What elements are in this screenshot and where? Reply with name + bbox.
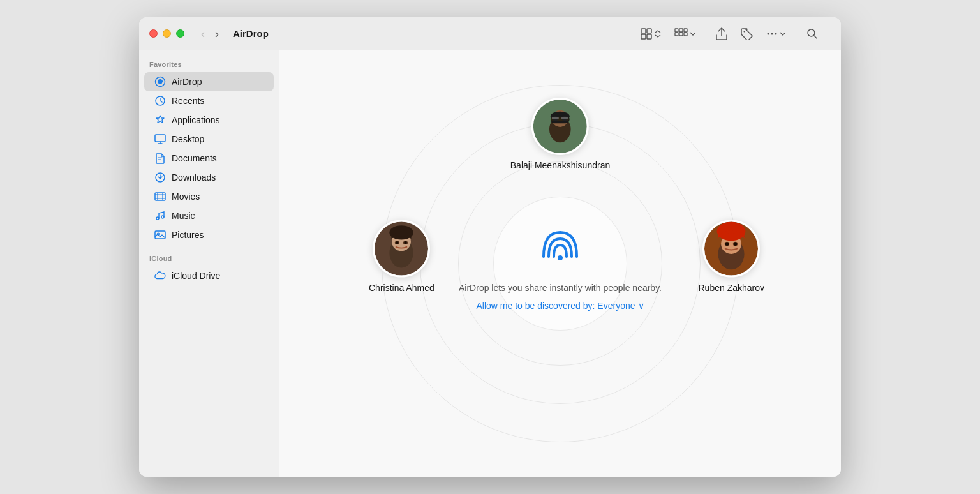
toolbar-actions (635, 24, 823, 44)
favorites-label: Favorites (139, 61, 279, 72)
recents-icon (154, 95, 166, 107)
documents-icon (154, 153, 166, 164)
ruben-name: Ruben Zakharov (698, 283, 764, 293)
sidebar-item-movies[interactable]: Movies (144, 187, 274, 206)
sidebar-item-label-recents: Recents (172, 96, 204, 106)
maximize-button[interactable] (176, 29, 184, 38)
titlebar: ‹ › AirDrop (139, 17, 841, 50)
forward-button[interactable]: › (211, 26, 223, 42)
list-icon (674, 28, 688, 40)
share-icon (716, 27, 727, 41)
toolbar-divider (706, 28, 706, 40)
sidebar-item-label-movies: Movies (172, 191, 200, 202)
svg-point-11 (768, 33, 769, 34)
sidebar-item-label-airdrop: AirDrop (172, 77, 202, 87)
sidebar-item-applications[interactable]: Applications (144, 110, 274, 130)
svg-rect-17 (155, 135, 165, 142)
music-icon (154, 210, 166, 221)
sidebar-item-desktop[interactable]: Desktop (144, 130, 274, 149)
christina-face (375, 220, 428, 278)
balaji-face (533, 98, 587, 155)
svg-rect-32 (552, 117, 559, 119)
chevron-down-icon (690, 31, 696, 37)
movies-icon (154, 191, 166, 202)
chevron-updown-icon (654, 30, 662, 38)
airdrop-discovery-button[interactable]: Allow me to be discovered by: Everyone ∨ (476, 301, 644, 311)
sidebar-item-icloud-drive[interactable]: iCloud Drive (144, 266, 274, 285)
christina-name: Christina Ahmed (369, 283, 434, 293)
person-ruben[interactable]: Ruben Zakharov (698, 220, 764, 293)
airdrop-center: AirDrop lets you share instantly with pe… (459, 216, 662, 311)
svg-point-20 (156, 217, 159, 220)
svg-point-13 (775, 33, 777, 34)
svg-rect-19 (155, 193, 165, 200)
finder-window: ‹ › AirDrop (139, 17, 841, 477)
svg-point-21 (161, 216, 164, 218)
balaji-name: Balaji Meenakshisundran (510, 160, 610, 170)
search-icon (806, 27, 819, 40)
close-button[interactable] (149, 29, 158, 38)
svg-rect-1 (647, 29, 651, 33)
avatar-balaji (531, 98, 589, 155)
svg-point-12 (771, 33, 773, 34)
view-toggle-button[interactable] (635, 24, 666, 43)
window-title: AirDrop (233, 28, 269, 39)
view-options-button[interactable] (670, 25, 701, 43)
ruben-face (704, 220, 758, 278)
sidebar-item-documents[interactable]: Documents (144, 149, 274, 168)
sidebar: Favorites AirDrop (139, 50, 279, 477)
radar-container: Balaji Meenakshisundran (382, 85, 739, 442)
svg-point-10 (744, 31, 745, 32)
svg-point-41 (405, 241, 408, 244)
svg-point-49 (734, 242, 738, 246)
share-button[interactable] (711, 24, 732, 44)
sidebar-item-recents[interactable]: Recents (144, 91, 274, 110)
sidebar-item-label-downloads: Downloads (172, 172, 216, 183)
tag-icon (740, 27, 753, 40)
search-button[interactable] (801, 24, 823, 43)
grid-icon (640, 27, 653, 40)
airdrop-center-icon (535, 216, 586, 270)
tag-button[interactable] (736, 24, 757, 43)
svg-rect-2 (641, 34, 646, 39)
svg-point-40 (396, 241, 399, 244)
svg-rect-3 (647, 34, 651, 39)
svg-point-50 (558, 255, 563, 260)
icloud-icon (154, 270, 166, 281)
desktop-icon (154, 133, 166, 145)
avatar-christina (373, 220, 430, 278)
svg-rect-4 (675, 29, 678, 32)
sidebar-item-label-documents: Documents (172, 153, 217, 163)
chevron-down-icon2 (780, 31, 786, 37)
svg-rect-9 (684, 33, 687, 36)
svg-rect-8 (684, 29, 687, 32)
discovery-chevron: ∨ (638, 301, 644, 311)
toolbar-divider2 (796, 28, 796, 40)
sidebar-item-airdrop[interactable]: AirDrop (144, 72, 274, 91)
svg-rect-33 (561, 117, 568, 119)
airdrop-description: AirDrop lets you share instantly with pe… (459, 283, 662, 293)
airdrop-icon (154, 76, 166, 87)
discovery-text: Allow me to be discovered by: Everyone (476, 301, 635, 311)
svg-rect-5 (675, 33, 678, 36)
applications-icon (154, 114, 166, 126)
sidebar-item-label-desktop: Desktop (172, 134, 204, 144)
ellipsis-icon (766, 27, 778, 40)
sidebar-item-label-pictures: Pictures (172, 230, 204, 240)
toolbar: ‹ › AirDrop (189, 24, 831, 44)
svg-rect-0 (641, 29, 646, 33)
sidebar-item-label-applications: Applications (172, 115, 220, 125)
downloads-icon (154, 172, 166, 183)
person-christina[interactable]: Christina Ahmed (369, 220, 434, 293)
person-balaji[interactable]: Balaji Meenakshisundran (510, 98, 610, 170)
minimize-button[interactable] (163, 29, 171, 38)
svg-point-14 (808, 29, 815, 36)
sidebar-item-music[interactable]: Music (144, 206, 274, 225)
airdrop-content: Balaji Meenakshisundran (279, 50, 841, 477)
svg-point-48 (725, 242, 729, 246)
sidebar-spacer (139, 244, 279, 255)
more-button[interactable] (761, 24, 791, 43)
back-button[interactable]: ‹ (197, 26, 209, 42)
sidebar-item-pictures[interactable]: Pictures (144, 225, 274, 244)
sidebar-item-downloads[interactable]: Downloads (144, 168, 274, 187)
